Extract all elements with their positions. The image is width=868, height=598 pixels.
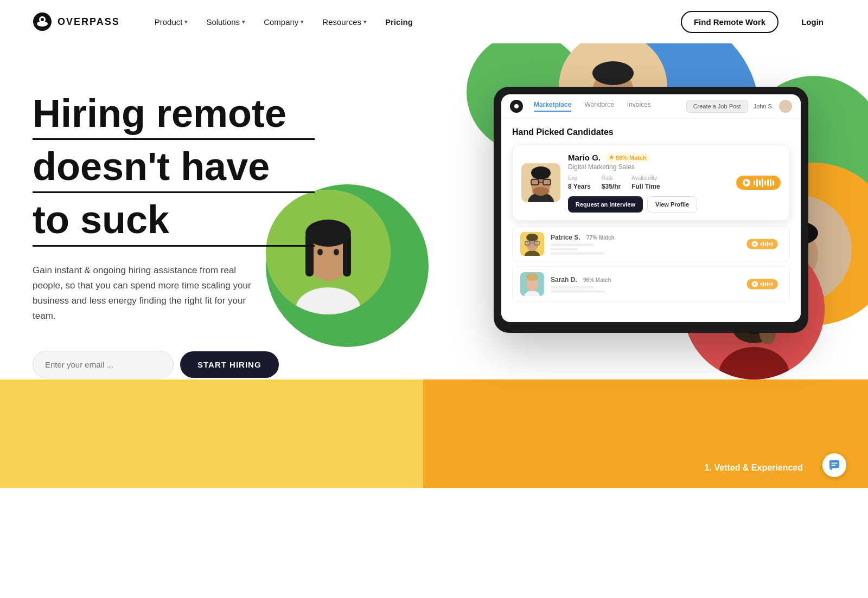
candidate-info-sarah: Sarah D. 96% Match bbox=[551, 276, 736, 293]
candidate-role: Digital Marketing Sales bbox=[568, 163, 729, 171]
svg-rect-58 bbox=[832, 462, 838, 464]
headline-line-1: Hiring remote bbox=[33, 92, 315, 140]
candidate-bars-patrice bbox=[551, 243, 736, 255]
svg-point-3 bbox=[41, 18, 44, 21]
footer-vetted-text: 1. Vetted & Experienced bbox=[705, 463, 803, 473]
svg-rect-59 bbox=[832, 465, 835, 466]
play-icon bbox=[743, 179, 750, 187]
nav-solutions[interactable]: Solutions ▾ bbox=[199, 13, 253, 31]
chevron-down-icon: ▾ bbox=[363, 18, 367, 25]
nav-product[interactable]: Product ▾ bbox=[147, 13, 196, 31]
nav-links: Product ▾ Solutions ▾ Company ▾ Resource… bbox=[147, 13, 681, 31]
svg-marker-43 bbox=[745, 181, 749, 185]
candidate-name-patrice: Patrice S. 77% Match bbox=[551, 234, 736, 241]
tab-workforce[interactable]: Workforce bbox=[584, 101, 614, 112]
audio-badge-patrice[interactable] bbox=[746, 239, 778, 249]
create-job-button[interactable]: Create a Job Post bbox=[686, 100, 748, 113]
tab-invoices[interactable]: Invoices bbox=[627, 101, 651, 112]
nav-pricing[interactable]: Pricing bbox=[378, 13, 420, 31]
tablet-screen: Marketplace Workforce Invoices Create a … bbox=[501, 94, 801, 322]
candidate-stats: Exp. 8 Years Rate $35/hr Availability Fu… bbox=[568, 175, 729, 191]
hero-left: Hiring remote doesn't have to suck Gain … bbox=[33, 60, 315, 378]
view-profile-button[interactable]: View Profile bbox=[647, 196, 697, 213]
hero-subtext: Gain instant & ongoing hiring assistance… bbox=[33, 263, 260, 324]
nav-company[interactable]: Company ▾ bbox=[256, 13, 311, 31]
tab-nav: Marketplace Workforce Invoices bbox=[534, 101, 675, 112]
svg-point-42 bbox=[532, 187, 550, 196]
candidate-name-row: Mario G. ★ 98% Match bbox=[568, 153, 729, 162]
logo-text: OVERPASS bbox=[58, 16, 120, 28]
chevron-down-icon: ▾ bbox=[242, 18, 245, 25]
tab-actions: Create a Job Post John S. bbox=[686, 100, 792, 113]
logo-icon bbox=[33, 12, 52, 31]
chevron-down-icon: ▾ bbox=[184, 18, 188, 25]
audio-waves-sm2 bbox=[761, 282, 773, 287]
user-avatar bbox=[779, 100, 792, 113]
candidate-actions-mario bbox=[736, 176, 781, 190]
tab-marketplace[interactable]: Marketplace bbox=[534, 101, 571, 112]
audio-waves bbox=[754, 178, 774, 187]
play-icon-sm2 bbox=[752, 281, 758, 287]
svg-point-47 bbox=[526, 234, 538, 241]
chevron-down-icon: ▾ bbox=[301, 18, 304, 25]
candidate-info-patrice: Patrice S. 77% Match bbox=[551, 234, 736, 255]
candidate-avatar-mario bbox=[521, 163, 560, 202]
candidate-info-mario: Mario G. ★ 98% Match Digital Marketing S… bbox=[568, 153, 729, 213]
email-input[interactable] bbox=[33, 351, 174, 378]
stat-avail: Availability Full Time bbox=[631, 175, 660, 191]
svg-rect-15 bbox=[343, 233, 351, 277]
hero-section: Hiring remote doesn't have to suck Gain … bbox=[0, 43, 868, 488]
nav-resources[interactable]: Resources ▾ bbox=[315, 13, 374, 31]
dashboard-body: Hand Picked Candidates bbox=[501, 119, 801, 315]
dashboard-logo bbox=[510, 100, 523, 113]
svg-point-7 bbox=[592, 61, 634, 85]
headline-line-3: to suck bbox=[33, 198, 315, 246]
stat-exp: Exp. 8 Years bbox=[568, 175, 591, 191]
tab-header: Marketplace Workforce Invoices Create a … bbox=[501, 94, 801, 119]
candidate-button-row: Request an Interview View Profile bbox=[568, 196, 729, 213]
headline-line-2: doesn't have bbox=[33, 145, 315, 193]
svg-point-16 bbox=[317, 249, 323, 255]
match-badge: ★ 98% Match bbox=[605, 153, 650, 162]
hero-cta: START HIRING bbox=[33, 351, 315, 378]
svg-marker-56 bbox=[754, 282, 756, 285]
candidate-name-sarah: Sarah D. 96% Match bbox=[551, 276, 736, 284]
play-icon-sm bbox=[752, 241, 758, 247]
nav-right: Find Remote Work Login bbox=[681, 11, 835, 33]
svg-rect-57 bbox=[829, 460, 839, 468]
hero-headline: Hiring remote doesn't have to suck bbox=[33, 92, 315, 247]
navbar: OVERPASS Product ▾ Solutions ▾ Company ▾… bbox=[0, 0, 868, 43]
dashboard-logo-inner bbox=[513, 103, 520, 110]
candidate-bars-sarah bbox=[551, 286, 736, 293]
audio-waves-sm bbox=[761, 241, 773, 247]
audio-badge-sarah[interactable] bbox=[746, 279, 778, 289]
candidate-avatar-patrice bbox=[520, 232, 544, 256]
login-button[interactable]: Login bbox=[789, 12, 835, 32]
audio-badge[interactable] bbox=[736, 176, 781, 190]
candidate-card-patrice: Patrice S. 77% Match bbox=[512, 226, 790, 262]
stat-rate: Rate $35/hr bbox=[602, 175, 621, 191]
user-name: John S. bbox=[754, 103, 774, 110]
candidate-avatar-sarah bbox=[520, 272, 544, 296]
candidate-name: Mario G. bbox=[568, 153, 601, 162]
star-icon: ★ bbox=[609, 154, 614, 161]
candidate-card-sarah: Sarah D. 96% Match bbox=[512, 266, 790, 302]
svg-point-38 bbox=[531, 166, 551, 179]
logo[interactable]: OVERPASS bbox=[33, 12, 120, 31]
tablet-device: Marketplace Workforce Invoices Create a … bbox=[494, 87, 808, 333]
chat-icon-button[interactable] bbox=[822, 453, 846, 477]
find-remote-button[interactable]: Find Remote Work bbox=[681, 11, 778, 33]
start-hiring-button[interactable]: START HIRING bbox=[180, 351, 279, 378]
section-title: Hand Picked Candidates bbox=[512, 127, 790, 137]
svg-marker-51 bbox=[754, 242, 756, 245]
tablet-outer: Marketplace Workforce Invoices Create a … bbox=[494, 87, 808, 333]
request-interview-button[interactable]: Request an Interview bbox=[568, 196, 643, 213]
svg-point-17 bbox=[334, 249, 339, 255]
candidate-card-featured: Mario G. ★ 98% Match Digital Marketing S… bbox=[512, 145, 790, 221]
